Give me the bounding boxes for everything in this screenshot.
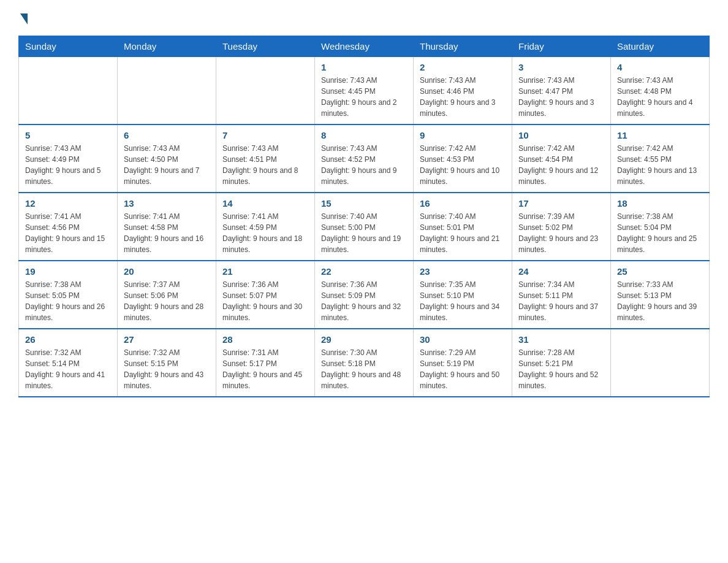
day-number: 21 <box>222 266 308 277</box>
calendar-cell: 18Sunrise: 7:38 AM Sunset: 5:04 PM Dayli… <box>611 193 710 261</box>
day-info: Sunrise: 7:43 AM Sunset: 4:52 PM Dayligh… <box>321 143 407 187</box>
calendar-cell: 23Sunrise: 7:35 AM Sunset: 5:10 PM Dayli… <box>414 261 512 329</box>
day-info: Sunrise: 7:28 AM Sunset: 5:21 PM Dayligh… <box>518 347 604 391</box>
day-number: 1 <box>321 62 407 72</box>
day-number: 8 <box>321 130 407 140</box>
day-info: Sunrise: 7:37 AM Sunset: 5:06 PM Dayligh… <box>124 279 210 323</box>
day-number: 25 <box>617 266 703 277</box>
day-number: 27 <box>124 334 210 345</box>
page-header <box>18 12 710 23</box>
day-info: Sunrise: 7:43 AM Sunset: 4:47 PM Dayligh… <box>518 75 604 119</box>
calendar-cell <box>19 57 118 125</box>
header-tuesday: Tuesday <box>216 36 315 57</box>
header-sunday: Sunday <box>19 36 118 57</box>
day-info: Sunrise: 7:36 AM Sunset: 5:09 PM Dayligh… <box>321 279 407 323</box>
day-number: 18 <box>617 198 703 209</box>
day-number: 15 <box>321 198 407 209</box>
week-row-2: 12Sunrise: 7:41 AM Sunset: 4:56 PM Dayli… <box>19 193 710 261</box>
day-info: Sunrise: 7:43 AM Sunset: 4:48 PM Dayligh… <box>617 75 703 119</box>
day-number: 16 <box>420 198 506 209</box>
calendar-cell: 1Sunrise: 7:43 AM Sunset: 4:45 PM Daylig… <box>315 57 414 125</box>
calendar-cell: 31Sunrise: 7:28 AM Sunset: 5:21 PM Dayli… <box>512 329 611 397</box>
calendar-cell: 26Sunrise: 7:32 AM Sunset: 5:14 PM Dayli… <box>19 329 118 397</box>
header-thursday: Thursday <box>414 36 512 57</box>
calendar-cell: 3Sunrise: 7:43 AM Sunset: 4:47 PM Daylig… <box>512 57 611 125</box>
day-number: 14 <box>222 198 308 209</box>
day-number: 13 <box>124 198 210 209</box>
day-number: 10 <box>518 130 604 140</box>
day-number: 29 <box>321 334 407 345</box>
day-number: 22 <box>321 266 407 277</box>
day-info: Sunrise: 7:31 AM Sunset: 5:17 PM Dayligh… <box>222 347 308 391</box>
day-number: 7 <box>222 130 308 140</box>
week-row-3: 19Sunrise: 7:38 AM Sunset: 5:05 PM Dayli… <box>19 261 710 329</box>
header-friday: Friday <box>512 36 611 57</box>
day-number: 11 <box>617 130 703 140</box>
day-info: Sunrise: 7:42 AM Sunset: 4:54 PM Dayligh… <box>518 143 604 187</box>
calendar-cell: 16Sunrise: 7:40 AM Sunset: 5:01 PM Dayli… <box>414 193 512 261</box>
calendar-cell: 12Sunrise: 7:41 AM Sunset: 4:56 PM Dayli… <box>19 193 118 261</box>
day-number: 2 <box>420 62 506 72</box>
day-number: 4 <box>617 62 703 72</box>
header-saturday: Saturday <box>611 36 710 57</box>
calendar-cell <box>216 57 315 125</box>
day-number: 19 <box>25 266 111 277</box>
day-info: Sunrise: 7:39 AM Sunset: 5:02 PM Dayligh… <box>518 211 604 255</box>
calendar-cell: 9Sunrise: 7:42 AM Sunset: 4:53 PM Daylig… <box>414 124 512 193</box>
calendar-header: Sunday Monday Tuesday Wednesday Thursday… <box>19 36 710 57</box>
week-row-0: 1Sunrise: 7:43 AM Sunset: 4:45 PM Daylig… <box>19 57 710 125</box>
calendar-cell: 5Sunrise: 7:43 AM Sunset: 4:49 PM Daylig… <box>19 124 118 193</box>
calendar-cell: 14Sunrise: 7:41 AM Sunset: 4:59 PM Dayli… <box>216 193 315 261</box>
day-info: Sunrise: 7:38 AM Sunset: 5:05 PM Dayligh… <box>25 279 111 323</box>
calendar-cell: 7Sunrise: 7:43 AM Sunset: 4:51 PM Daylig… <box>216 124 315 193</box>
calendar-cell: 2Sunrise: 7:43 AM Sunset: 4:46 PM Daylig… <box>414 57 512 125</box>
day-number: 24 <box>518 266 604 277</box>
day-info: Sunrise: 7:41 AM Sunset: 4:58 PM Dayligh… <box>124 211 210 255</box>
week-row-4: 26Sunrise: 7:32 AM Sunset: 5:14 PM Dayli… <box>19 329 710 397</box>
logo <box>18 12 28 23</box>
day-number: 20 <box>124 266 210 277</box>
day-number: 3 <box>518 62 604 72</box>
calendar-table: Sunday Monday Tuesday Wednesday Thursday… <box>18 36 710 397</box>
day-info: Sunrise: 7:40 AM Sunset: 5:00 PM Dayligh… <box>321 211 407 255</box>
day-info: Sunrise: 7:40 AM Sunset: 5:01 PM Dayligh… <box>420 211 506 255</box>
calendar-cell: 29Sunrise: 7:30 AM Sunset: 5:18 PM Dayli… <box>315 329 414 397</box>
calendar-cell: 6Sunrise: 7:43 AM Sunset: 4:50 PM Daylig… <box>118 124 216 193</box>
calendar-cell <box>118 57 216 125</box>
calendar-cell: 15Sunrise: 7:40 AM Sunset: 5:00 PM Dayli… <box>315 193 414 261</box>
day-info: Sunrise: 7:43 AM Sunset: 4:46 PM Dayligh… <box>420 75 506 119</box>
day-info: Sunrise: 7:41 AM Sunset: 4:56 PM Dayligh… <box>25 211 111 255</box>
calendar-cell <box>611 329 710 397</box>
calendar-cell: 20Sunrise: 7:37 AM Sunset: 5:06 PM Dayli… <box>118 261 216 329</box>
day-info: Sunrise: 7:43 AM Sunset: 4:51 PM Dayligh… <box>222 143 308 187</box>
day-info: Sunrise: 7:43 AM Sunset: 4:45 PM Dayligh… <box>321 75 407 119</box>
header-row: Sunday Monday Tuesday Wednesday Thursday… <box>19 36 710 57</box>
day-number: 17 <box>518 198 604 209</box>
day-info: Sunrise: 7:38 AM Sunset: 5:04 PM Dayligh… <box>617 211 703 255</box>
calendar-cell: 27Sunrise: 7:32 AM Sunset: 5:15 PM Dayli… <box>118 329 216 397</box>
day-info: Sunrise: 7:42 AM Sunset: 4:53 PM Dayligh… <box>420 143 506 187</box>
calendar-cell: 21Sunrise: 7:36 AM Sunset: 5:07 PM Dayli… <box>216 261 315 329</box>
calendar-cell: 13Sunrise: 7:41 AM Sunset: 4:58 PM Dayli… <box>118 193 216 261</box>
day-number: 23 <box>420 266 506 277</box>
calendar-cell: 25Sunrise: 7:33 AM Sunset: 5:13 PM Dayli… <box>611 261 710 329</box>
week-row-1: 5Sunrise: 7:43 AM Sunset: 4:49 PM Daylig… <box>19 124 710 193</box>
day-number: 30 <box>420 334 506 345</box>
logo-arrow-icon <box>20 13 28 25</box>
day-info: Sunrise: 7:34 AM Sunset: 5:11 PM Dayligh… <box>518 279 604 323</box>
day-info: Sunrise: 7:35 AM Sunset: 5:10 PM Dayligh… <box>420 279 506 323</box>
day-number: 26 <box>25 334 111 345</box>
calendar-cell: 28Sunrise: 7:31 AM Sunset: 5:17 PM Dayli… <box>216 329 315 397</box>
calendar-cell: 30Sunrise: 7:29 AM Sunset: 5:19 PM Dayli… <box>414 329 512 397</box>
day-info: Sunrise: 7:41 AM Sunset: 4:59 PM Dayligh… <box>222 211 308 255</box>
header-wednesday: Wednesday <box>315 36 414 57</box>
calendar-cell: 10Sunrise: 7:42 AM Sunset: 4:54 PM Dayli… <box>512 124 611 193</box>
header-monday: Monday <box>118 36 216 57</box>
day-number: 5 <box>25 130 111 140</box>
calendar-cell: 19Sunrise: 7:38 AM Sunset: 5:05 PM Dayli… <box>19 261 118 329</box>
day-number: 6 <box>124 130 210 140</box>
day-info: Sunrise: 7:32 AM Sunset: 5:14 PM Dayligh… <box>25 347 111 391</box>
day-info: Sunrise: 7:29 AM Sunset: 5:19 PM Dayligh… <box>420 347 506 391</box>
day-info: Sunrise: 7:43 AM Sunset: 4:49 PM Dayligh… <box>25 143 111 187</box>
day-info: Sunrise: 7:33 AM Sunset: 5:13 PM Dayligh… <box>617 279 703 323</box>
